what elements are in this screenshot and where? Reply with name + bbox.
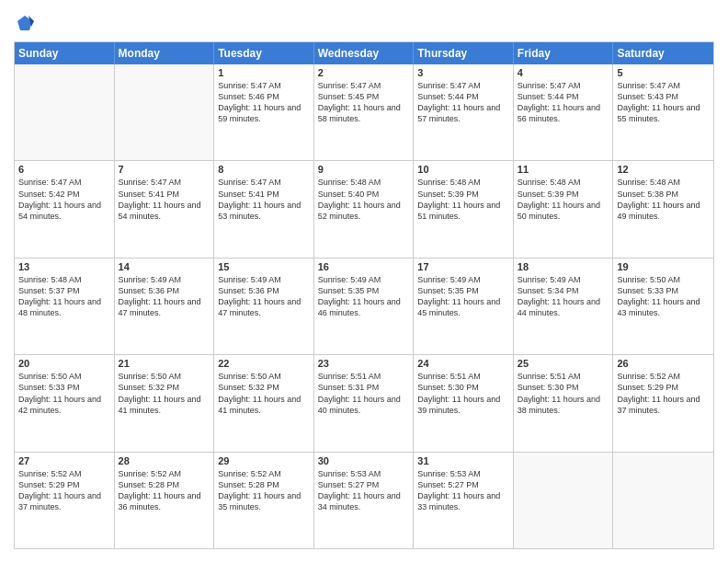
- day-header-monday: Monday: [115, 42, 215, 64]
- day-number: 11: [518, 164, 609, 175]
- cell-info: Sunrise: 5:50 AMSunset: 5:33 PMDaylight:…: [18, 371, 110, 416]
- day-number: 27: [18, 455, 110, 466]
- day-number: 20: [18, 358, 110, 369]
- calendar-cell: 22Sunrise: 5:50 AMSunset: 5:32 PMDayligh…: [214, 355, 314, 451]
- day-number: 16: [318, 261, 410, 272]
- cell-info: Sunrise: 5:47 AMSunset: 5:41 PMDaylight:…: [218, 177, 310, 222]
- cell-info: Sunrise: 5:51 AMSunset: 5:30 PMDaylight:…: [417, 371, 509, 416]
- day-header-wednesday: Wednesday: [314, 42, 415, 64]
- cell-info: Sunrise: 5:47 AMSunset: 5:41 PMDaylight:…: [119, 177, 210, 222]
- day-number: 6: [18, 164, 110, 175]
- day-header-tuesday: Tuesday: [214, 42, 314, 64]
- day-number: 15: [218, 261, 310, 272]
- cell-info: Sunrise: 5:51 AMSunset: 5:30 PMDaylight:…: [518, 371, 609, 416]
- calendar-week-3: 13Sunrise: 5:48 AMSunset: 5:37 PMDayligh…: [15, 258, 713, 354]
- calendar-cell: 27Sunrise: 5:52 AMSunset: 5:29 PMDayligh…: [15, 453, 115, 548]
- calendar-cell: 3Sunrise: 5:47 AMSunset: 5:44 PMDaylight…: [414, 64, 514, 160]
- cell-info: Sunrise: 5:49 AMSunset: 5:34 PMDaylight:…: [518, 274, 609, 319]
- day-header-sunday: Sunday: [15, 42, 115, 64]
- cell-info: Sunrise: 5:50 AMSunset: 5:32 PMDaylight:…: [218, 371, 310, 416]
- day-number: 24: [417, 358, 509, 369]
- calendar-cell: 4Sunrise: 5:47 AMSunset: 5:44 PMDaylight…: [514, 64, 614, 160]
- calendar-cell: 2Sunrise: 5:47 AMSunset: 5:45 PMDaylight…: [314, 64, 415, 160]
- calendar-week-4: 20Sunrise: 5:50 AMSunset: 5:33 PMDayligh…: [15, 354, 713, 451]
- logo: [14, 14, 34, 32]
- calendar-cell: 24Sunrise: 5:51 AMSunset: 5:30 PMDayligh…: [414, 355, 514, 451]
- day-number: 5: [617, 67, 710, 78]
- cell-info: Sunrise: 5:47 AMSunset: 5:44 PMDaylight:…: [417, 80, 509, 125]
- calendar-cell: 29Sunrise: 5:52 AMSunset: 5:28 PMDayligh…: [214, 453, 314, 548]
- calendar-cell: 23Sunrise: 5:51 AMSunset: 5:31 PMDayligh…: [314, 355, 415, 451]
- calendar-cell: 16Sunrise: 5:49 AMSunset: 5:35 PMDayligh…: [314, 259, 415, 354]
- day-number: 9: [318, 164, 410, 175]
- calendar-week-1: 1Sunrise: 5:47 AMSunset: 5:46 PMDaylight…: [15, 64, 713, 160]
- cell-info: Sunrise: 5:49 AMSunset: 5:36 PMDaylight:…: [218, 274, 310, 319]
- calendar-cell: 18Sunrise: 5:49 AMSunset: 5:34 PMDayligh…: [514, 259, 614, 354]
- calendar-cell: 15Sunrise: 5:49 AMSunset: 5:36 PMDayligh…: [214, 259, 314, 354]
- cell-info: Sunrise: 5:49 AMSunset: 5:35 PMDaylight:…: [318, 274, 410, 319]
- calendar-cell: 11Sunrise: 5:48 AMSunset: 5:39 PMDayligh…: [514, 161, 614, 257]
- day-number: 18: [518, 261, 609, 272]
- day-number: 31: [417, 455, 509, 466]
- cell-info: Sunrise: 5:51 AMSunset: 5:31 PMDaylight:…: [318, 371, 410, 416]
- logo-text: [14, 14, 34, 32]
- cell-info: Sunrise: 5:49 AMSunset: 5:36 PMDaylight:…: [119, 274, 210, 319]
- calendar-cell: 5Sunrise: 5:47 AMSunset: 5:43 PMDaylight…: [613, 64, 713, 160]
- day-number: 14: [119, 261, 210, 272]
- day-number: 25: [518, 358, 609, 369]
- day-number: 21: [119, 358, 210, 369]
- calendar-cell: 7Sunrise: 5:47 AMSunset: 5:41 PMDaylight…: [115, 161, 215, 257]
- cell-info: Sunrise: 5:48 AMSunset: 5:39 PMDaylight:…: [417, 177, 509, 222]
- cell-info: Sunrise: 5:47 AMSunset: 5:42 PMDaylight:…: [18, 177, 110, 222]
- calendar: SundayMondayTuesdayWednesdayThursdayFrid…: [14, 41, 714, 549]
- day-number: 3: [417, 67, 509, 78]
- cell-info: Sunrise: 5:48 AMSunset: 5:40 PMDaylight:…: [318, 177, 410, 222]
- day-number: 10: [417, 164, 509, 175]
- calendar-cell: 13Sunrise: 5:48 AMSunset: 5:37 PMDayligh…: [15, 259, 115, 354]
- cell-info: Sunrise: 5:48 AMSunset: 5:38 PMDaylight:…: [617, 177, 710, 222]
- day-number: 17: [417, 261, 509, 272]
- day-number: 30: [318, 455, 410, 466]
- cell-info: Sunrise: 5:47 AMSunset: 5:44 PMDaylight:…: [518, 80, 609, 125]
- cell-info: Sunrise: 5:47 AMSunset: 5:43 PMDaylight:…: [617, 80, 710, 125]
- day-number: 7: [119, 164, 210, 175]
- cell-info: Sunrise: 5:49 AMSunset: 5:35 PMDaylight:…: [417, 274, 509, 319]
- page: SundayMondayTuesdayWednesdayThursdayFrid…: [0, 0, 728, 563]
- day-header-thursday: Thursday: [414, 42, 514, 64]
- cell-info: Sunrise: 5:53 AMSunset: 5:27 PMDaylight:…: [417, 468, 509, 513]
- day-number: 4: [518, 67, 609, 78]
- day-number: 19: [617, 261, 710, 272]
- calendar-cell: 20Sunrise: 5:50 AMSunset: 5:33 PMDayligh…: [15, 355, 115, 451]
- cell-info: Sunrise: 5:53 AMSunset: 5:27 PMDaylight:…: [318, 468, 410, 513]
- day-number: 22: [218, 358, 310, 369]
- calendar-cell: 21Sunrise: 5:50 AMSunset: 5:32 PMDayligh…: [115, 355, 215, 451]
- cell-info: Sunrise: 5:48 AMSunset: 5:39 PMDaylight:…: [518, 177, 609, 222]
- cell-info: Sunrise: 5:48 AMSunset: 5:37 PMDaylight:…: [18, 274, 110, 319]
- cell-info: Sunrise: 5:52 AMSunset: 5:28 PMDaylight:…: [218, 468, 310, 513]
- cell-info: Sunrise: 5:47 AMSunset: 5:45 PMDaylight:…: [318, 80, 410, 125]
- calendar-cell: [613, 453, 713, 548]
- calendar-cell: [15, 64, 115, 160]
- calendar-cell: 14Sunrise: 5:49 AMSunset: 5:36 PMDayligh…: [115, 259, 215, 354]
- calendar-cell: 17Sunrise: 5:49 AMSunset: 5:35 PMDayligh…: [414, 259, 514, 354]
- calendar-body: 1Sunrise: 5:47 AMSunset: 5:46 PMDaylight…: [15, 64, 713, 548]
- day-header-friday: Friday: [514, 42, 614, 64]
- calendar-cell: 6Sunrise: 5:47 AMSunset: 5:42 PMDaylight…: [15, 161, 115, 257]
- calendar-cell: 1Sunrise: 5:47 AMSunset: 5:46 PMDaylight…: [214, 64, 314, 160]
- calendar-cell: 12Sunrise: 5:48 AMSunset: 5:38 PMDayligh…: [613, 161, 713, 257]
- calendar-cell: 9Sunrise: 5:48 AMSunset: 5:40 PMDaylight…: [314, 161, 415, 257]
- calendar-week-2: 6Sunrise: 5:47 AMSunset: 5:42 PMDaylight…: [15, 160, 713, 257]
- day-number: 13: [18, 261, 110, 272]
- day-number: 28: [119, 455, 210, 466]
- cell-info: Sunrise: 5:47 AMSunset: 5:46 PMDaylight:…: [218, 80, 310, 125]
- header: [14, 14, 714, 32]
- calendar-cell: 10Sunrise: 5:48 AMSunset: 5:39 PMDayligh…: [414, 161, 514, 257]
- calendar-cell: 30Sunrise: 5:53 AMSunset: 5:27 PMDayligh…: [314, 453, 415, 548]
- calendar-cell: 28Sunrise: 5:52 AMSunset: 5:28 PMDayligh…: [115, 453, 215, 548]
- day-number: 2: [318, 67, 410, 78]
- day-number: 23: [318, 358, 410, 369]
- logo-icon: [16, 14, 34, 32]
- cell-info: Sunrise: 5:52 AMSunset: 5:28 PMDaylight:…: [119, 468, 210, 513]
- calendar-cell: 31Sunrise: 5:53 AMSunset: 5:27 PMDayligh…: [414, 453, 514, 548]
- day-number: 12: [617, 164, 710, 175]
